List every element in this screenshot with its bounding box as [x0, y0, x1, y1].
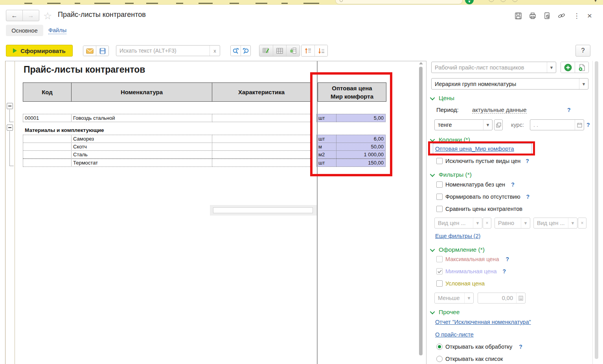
section-filters[interactable]: Фильтры (*) — [431, 171, 472, 178]
find-next-button[interactable] — [231, 46, 241, 56]
sidebar-scroll-thumb[interactable] — [595, 61, 598, 359]
more-filters-link[interactable]: Еще фильтры (2) — [435, 233, 480, 239]
back-button[interactable]: ← — [6, 10, 22, 21]
section-columns[interactable]: Колонки (*) — [431, 136, 470, 143]
cell-price[interactable]: 5,00 — [336, 114, 386, 122]
period-help[interactable]: ? — [567, 107, 571, 113]
cell-code[interactable] — [23, 143, 72, 151]
cell-char[interactable] — [212, 143, 311, 151]
collapse-groups-button[interactable] — [302, 45, 314, 56]
topbar-chevron-icon[interactable]: ▼ — [594, 0, 597, 3]
clear-search-icon[interactable]: x — [210, 46, 220, 56]
less-value-field[interactable]: 0,00 — [478, 293, 526, 304]
cell-item[interactable]: Саморез — [71, 135, 212, 143]
tab-files[interactable]: Файлы — [48, 27, 66, 34]
preview-icon[interactable] — [542, 11, 552, 20]
open-currency-button[interactable] — [494, 119, 503, 130]
expand-groups-button[interactable] — [314, 45, 327, 56]
cell-code[interactable] — [23, 135, 72, 143]
exclude-empty-help[interactable]: ? — [526, 158, 529, 164]
min-price-checkbox[interactable] — [436, 268, 443, 274]
section-other[interactable]: Прочее — [431, 309, 460, 316]
topbar-tools-icon[interactable] — [512, 0, 518, 2]
cell-item[interactable]: Термостат — [71, 159, 212, 167]
period-link[interactable]: актуальные данные — [472, 106, 527, 113]
open-as-help[interactable]: ? — [519, 344, 522, 350]
rate-help[interactable]: ? — [586, 122, 590, 128]
favorite-star-icon[interactable]: ☆ — [43, 10, 52, 22]
max-price-help[interactable]: ? — [506, 256, 509, 262]
open-as-processing-radio[interactable] — [436, 344, 443, 350]
dropdown-arrow-icon[interactable]: ▼ — [521, 218, 530, 228]
group-row-label[interactable]: Материалы и комплектующие — [25, 127, 104, 133]
calendar-icon[interactable] — [575, 120, 584, 130]
pane-split-line[interactable] — [317, 61, 318, 364]
section-prices[interactable]: Цены — [431, 95, 454, 102]
generate-button[interactable]: Сформировать — [6, 45, 73, 57]
less-operator-combo[interactable]: Меньше ▼ — [434, 293, 474, 304]
create-button[interactable] — [561, 62, 575, 73]
cell-unit[interactable]: шт — [316, 159, 336, 167]
cell-char[interactable] — [212, 150, 311, 159]
cell-item[interactable]: Сталь — [71, 150, 212, 159]
topbar-search-input[interactable] — [335, 0, 463, 4]
no-price-checkbox[interactable] — [436, 181, 443, 188]
dropdown-arrow-icon[interactable]: ▼ — [483, 120, 492, 130]
edit-table-button[interactable] — [259, 45, 273, 56]
price-kind-combo-2[interactable]: Вид цен ... ▼ — [533, 218, 577, 229]
clear-filter-2-button[interactable]: × — [578, 218, 586, 229]
cell-code[interactable] — [23, 159, 72, 167]
search-text-field[interactable]: x — [116, 45, 220, 56]
create-copy-button[interactable] — [575, 62, 588, 73]
scroll-up-icon[interactable] — [419, 62, 423, 64]
open-as-list-radio[interactable] — [436, 356, 443, 362]
currency-combo[interactable]: тенге ▼ — [434, 119, 493, 130]
cell-price[interactable]: 6,00 — [336, 135, 386, 143]
cell-unit[interactable]: м — [316, 143, 336, 151]
dropdown-arrow-icon[interactable]: ▼ — [473, 218, 482, 228]
more-menu-icon[interactable]: ⋮ — [572, 11, 581, 20]
exclude-empty-checkbox[interactable] — [436, 158, 443, 164]
cell-item[interactable]: Скотч — [71, 143, 212, 151]
collapse-group-button[interactable] — [7, 103, 13, 109]
no-price-help[interactable]: ? — [511, 181, 515, 188]
show-grid-button[interactable] — [273, 45, 286, 56]
rate-date-field[interactable]: . . — [530, 119, 584, 130]
get-link-icon[interactable] — [557, 11, 566, 20]
report-vertical-scroll-thumb[interactable] — [419, 67, 423, 355]
clear-filter-1-button[interactable]: × — [483, 218, 491, 229]
excluded-report-link[interactable]: Отчет "Исключенная номенклатура" — [435, 319, 531, 325]
save-file-button[interactable] — [96, 46, 108, 56]
close-icon[interactable]: × — [585, 11, 594, 20]
search-input[interactable] — [116, 48, 210, 54]
tab-main[interactable]: Основное — [6, 25, 43, 36]
filter-operator-combo[interactable]: Равно ▼ — [495, 218, 530, 229]
hierarchy-combo[interactable]: Иерархия групп номенклатуры ▼ — [431, 78, 588, 90]
max-price-checkbox[interactable] — [436, 256, 443, 262]
cell-char[interactable] — [212, 114, 311, 122]
cell-code[interactable] — [23, 150, 72, 159]
cell-char[interactable] — [212, 159, 311, 167]
absence-checkbox[interactable] — [436, 194, 443, 200]
topbar-favorites-icon[interactable] — [500, 0, 506, 2]
forward-button[interactable]: → — [22, 10, 39, 21]
dropdown-arrow-icon[interactable]: ▼ — [547, 62, 556, 73]
about-pricelist-link[interactable]: О прайс-листе — [435, 331, 474, 338]
min-price-help[interactable]: ? — [503, 268, 506, 274]
cell-price[interactable]: 50,00 — [336, 143, 386, 151]
section-design[interactable]: Оформление (*) — [431, 246, 485, 253]
column-header-item[interactable]: Номенклатура — [71, 82, 212, 102]
cell-price[interactable]: 1 000,00 — [336, 150, 386, 159]
topbar-shield-icon[interactable]: ▼ — [465, 0, 474, 4]
cell-char[interactable] — [212, 135, 311, 143]
cell-unit[interactable]: шт — [316, 114, 336, 122]
pricelist-combo[interactable]: Рабочий прайс-лист поставщиков ▼ — [431, 62, 556, 73]
cell-item[interactable]: Говоздь стальной — [71, 114, 212, 122]
dropdown-arrow-icon[interactable]: ▼ — [568, 218, 577, 228]
price-kind-combo-1[interactable]: Вид цен ... ▼ — [434, 218, 482, 229]
dropdown-arrow-icon[interactable]: ▼ — [464, 293, 473, 303]
collapse-group-button[interactable] — [7, 124, 13, 131]
column-header-price[interactable]: Оптовая ценаМир комфорта — [318, 82, 386, 102]
column-header-code[interactable]: Код — [23, 82, 72, 102]
cell-unit[interactable]: м2 — [316, 150, 336, 159]
